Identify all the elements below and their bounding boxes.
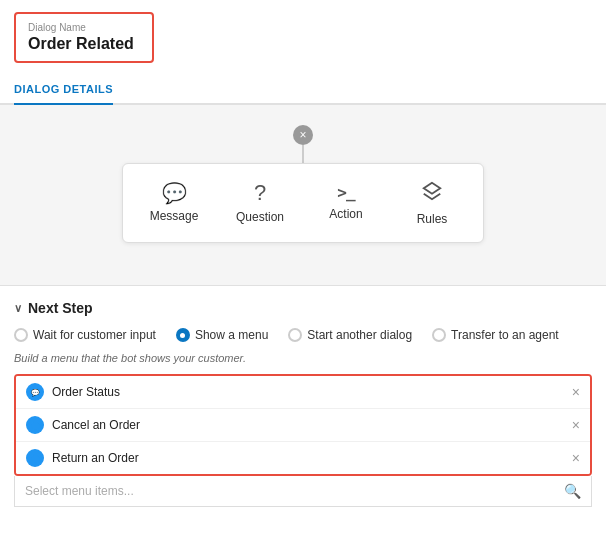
remove-order-status-button[interactable]: × (572, 385, 580, 399)
svg-text:💬: 💬 (31, 388, 40, 397)
rules-label: Rules (417, 212, 448, 226)
radio-show-menu-circle (176, 328, 190, 342)
search-icon: 🔍 (564, 483, 581, 499)
message-icon: 💬 (162, 183, 187, 203)
radio-transfer-circle (432, 328, 446, 342)
radio-wait[interactable]: Wait for customer input (14, 328, 156, 342)
action-label: Action (329, 207, 362, 221)
canvas-close-button[interactable]: × (293, 125, 313, 145)
menu-item-row: Cancel an Order × (16, 409, 590, 442)
menu-item-row: 💬 Order Status × (16, 376, 590, 409)
remove-cancel-order-button[interactable]: × (572, 418, 580, 432)
dialog-header: Dialog Name Order Related (14, 12, 154, 63)
menu-item-row: Return an Order × (16, 442, 590, 474)
select-placeholder: Select menu items... (25, 484, 564, 498)
order-status-icon: 💬 (26, 383, 44, 401)
rules-icon (421, 180, 443, 206)
svg-point-3 (31, 454, 39, 462)
svg-point-2 (31, 421, 39, 429)
question-label: Question (236, 210, 284, 224)
radio-start-dialog-circle (288, 328, 302, 342)
action-item-question[interactable]: ? Question (233, 182, 287, 224)
close-icon: × (299, 128, 306, 142)
question-icon: ? (254, 182, 266, 204)
dialog-name-label: Dialog Name (28, 22, 140, 33)
tab-dialog-details[interactable]: DIALOG DETAILS (14, 75, 113, 105)
radio-show-menu-label: Show a menu (195, 328, 268, 342)
chevron-down-icon: ∨ (14, 302, 22, 315)
radio-start-dialog[interactable]: Start another dialog (288, 328, 412, 342)
radio-transfer[interactable]: Transfer to an agent (432, 328, 559, 342)
dialog-name-value: Order Related (28, 35, 140, 53)
action-item-rules[interactable]: Rules (405, 180, 459, 226)
radio-wait-label: Wait for customer input (33, 328, 156, 342)
connector-line (302, 145, 304, 163)
remove-return-order-button[interactable]: × (572, 451, 580, 465)
next-step-section: ∨ Next Step Wait for customer input Show… (0, 285, 606, 507)
menu-item-order-status-label: Order Status (52, 385, 564, 399)
radio-wait-circle (14, 328, 28, 342)
menu-item-return-order-label: Return an Order (52, 451, 564, 465)
cancel-order-icon (26, 416, 44, 434)
return-order-icon (26, 449, 44, 467)
select-menu-input[interactable]: Select menu items... 🔍 (14, 476, 592, 507)
action-item-message[interactable]: 💬 Message (147, 183, 201, 223)
radio-transfer-label: Transfer to an agent (451, 328, 559, 342)
menu-items-list: 💬 Order Status × Cancel an Order × Retur… (14, 374, 592, 476)
next-step-header: ∨ Next Step (14, 300, 592, 316)
message-label: Message (150, 209, 199, 223)
menu-item-cancel-order-label: Cancel an Order (52, 418, 564, 432)
radio-start-dialog-label: Start another dialog (307, 328, 412, 342)
tabs-bar: DIALOG DETAILS (0, 75, 606, 105)
radio-options: Wait for customer input Show a menu Star… (14, 328, 592, 342)
action-card: 💬 Message ? Question >_ Action Rules (122, 163, 484, 243)
canvas-area: × 💬 Message ? Question >_ Action Ru (0, 105, 606, 285)
action-icon: >_ (337, 185, 354, 201)
action-item-action[interactable]: >_ Action (319, 185, 373, 221)
next-step-title: Next Step (28, 300, 93, 316)
radio-show-menu[interactable]: Show a menu (176, 328, 268, 342)
build-menu-hint: Build a menu that the bot shows your cus… (14, 352, 592, 364)
